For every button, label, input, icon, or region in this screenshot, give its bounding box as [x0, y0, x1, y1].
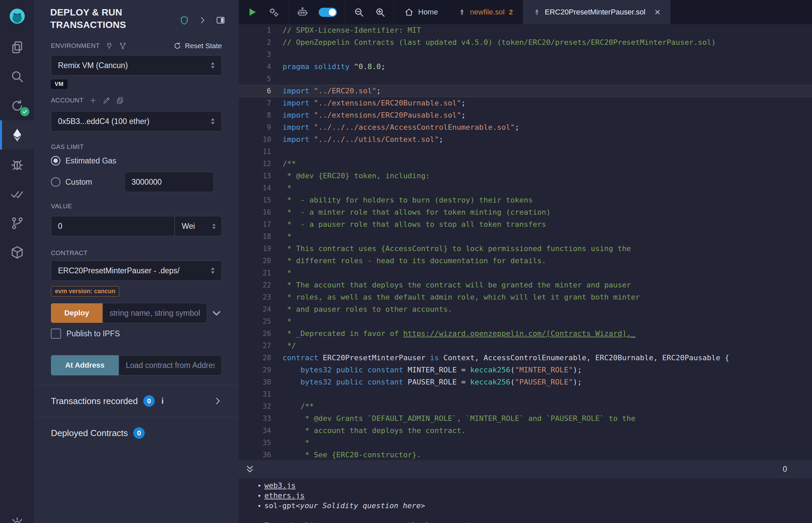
unit-testing-icon[interactable] — [0, 179, 34, 208]
transactions-recorded-section[interactable]: Transactions recorded 0 i — [34, 385, 239, 417]
code-line[interactable]: 19 * This contract uses {AccessControl} … — [239, 242, 812, 255]
code-line[interactable]: 18 * — [239, 231, 812, 242]
code-line[interactable]: 31 — [239, 388, 812, 400]
deploy-button[interactable]: Deploy — [51, 303, 103, 323]
copy-icon[interactable] — [116, 96, 124, 105]
code-line[interactable]: 20 * different roles - head to its docum… — [239, 255, 812, 267]
code-line[interactable]: 25 * — [239, 315, 812, 327]
contract-select[interactable]: ERC20PresetMinterPauser - .deps/ — [51, 260, 222, 281]
search-icon[interactable] — [0, 62, 34, 91]
code-line[interactable]: 29 bytes32 public constant MINTER_ROLE =… — [239, 364, 812, 376]
code-line[interactable]: 35 * — [239, 437, 812, 449]
account-select[interactable]: 0x5B3...eddC4 (100 ether) — [51, 111, 222, 131]
radio-unchecked — [51, 177, 60, 187]
custom-gas-radio[interactable]: Custom — [51, 177, 124, 187]
chevron-down-icon[interactable] — [211, 308, 222, 319]
code-line[interactable]: 1// SPDX-License-Identifier: MIT — [239, 24, 812, 36]
tab-newfile[interactable]: newfile.sol 2 — [448, 0, 523, 24]
code-line[interactable]: 14 * — [239, 182, 812, 194]
code-line[interactable]: 23 * roles, as well as the default admin… — [239, 291, 812, 303]
ai-robot-icon[interactable] — [296, 6, 308, 18]
code-line[interactable]: 17 * - a pauser role that allows to stop… — [239, 218, 812, 231]
code-line[interactable]: 12/** — [239, 158, 812, 170]
remix-logo[interactable] — [0, 0, 34, 32]
pin-panel-icon[interactable] — [216, 16, 225, 25]
code-line[interactable]: 3 — [239, 49, 812, 61]
code-line[interactable]: 33 * @dev Grants `DEFAULT_ADMIN_ROLE`, `… — [239, 413, 812, 425]
deployed-contracts-section[interactable]: Deployed Contracts 0 — [34, 417, 239, 449]
edit-icon[interactable] — [103, 96, 111, 105]
code-line[interactable]: 24 * and pauser roles to other accounts. — [239, 303, 812, 315]
plugin-manager-icon[interactable] — [0, 238, 34, 267]
info-icon[interactable]: i — [160, 396, 165, 406]
code-line[interactable]: 13 * @dev {ERC20} token, including: — [239, 170, 812, 182]
value-label: VALUE — [51, 202, 72, 210]
code-line[interactable]: 9import "../../../access/AccessControlEn… — [239, 121, 812, 133]
deploy-args-input[interactable] — [103, 303, 207, 323]
web3-link[interactable]: web3.js — [264, 481, 296, 490]
stepper-icon — [209, 117, 216, 125]
shield-icon — [180, 16, 189, 25]
run-script-play-icon[interactable] — [247, 7, 258, 18]
code-line[interactable]: 34 * account that deploys the contract. — [239, 425, 812, 437]
code-area[interactable]: 1// SPDX-License-Identifier: MIT2// Open… — [239, 24, 812, 460]
code-line[interactable]: 10import "../../../utils/Context.sol"; — [239, 133, 812, 146]
reset-state-button[interactable]: Reset State — [173, 42, 222, 50]
code-line[interactable]: 2// OpenZeppelin Contracts (last updated… — [239, 36, 812, 49]
code-line[interactable]: 26 * _Deprecated in favor of https://wiz… — [239, 327, 812, 340]
environment-select[interactable]: Remix VM (Cancun) — [51, 55, 222, 75]
terminal-hint: Type the library name to see available c… — [254, 521, 812, 523]
settings-gear-icon[interactable] — [0, 516, 34, 523]
code-line[interactable]: 7import "../extensions/ERC20Burnable.sol… — [239, 97, 812, 109]
terminal-line: • ethers.js — [254, 491, 812, 501]
solidity-file-icon — [533, 8, 541, 16]
code-line[interactable]: 36 * See {ERC20-constructor}. — [239, 449, 812, 460]
close-tab-icon[interactable]: × — [654, 7, 660, 17]
solidity-compiler-icon[interactable] — [0, 91, 34, 120]
sol-gpt-hint: <your Solidity question here> — [296, 501, 425, 510]
chevron-right-icon[interactable] — [198, 16, 206, 24]
account-label: ACCOUNT — [51, 97, 84, 104]
at-address-input[interactable] — [119, 355, 222, 375]
value-unit-select[interactable]: Wei — [175, 216, 222, 236]
ethers-link[interactable]: ethers.js — [264, 491, 304, 501]
code-line[interactable]: 27 */ — [239, 340, 812, 352]
script-config-gears-icon[interactable] — [268, 6, 280, 18]
tab-erc20presetminterpauser[interactable]: ERC20PresetMinterPauser.sol × — [523, 0, 671, 24]
code-line[interactable]: 6import "../ERC20.sol"; — [239, 85, 812, 97]
code-line[interactable]: 4pragma solidity ^0.8.0; — [239, 61, 812, 73]
code-line[interactable]: 30 bytes32 public constant PAUSER_ROLE =… — [239, 376, 812, 388]
deployed-count-badge: 0 — [133, 427, 145, 439]
estimated-gas-radio[interactable]: Estimated Gas — [51, 156, 222, 166]
custom-gas-input[interactable] — [124, 172, 214, 192]
debugger-icon[interactable] — [0, 150, 34, 179]
code-line[interactable]: 32 /** — [239, 400, 812, 413]
fork-icon[interactable] — [119, 42, 127, 50]
chevron-right-icon[interactable] — [213, 397, 222, 405]
code-line[interactable]: 11 — [239, 146, 812, 158]
code-line[interactable]: 16 * - a minter role that allows for tok… — [239, 206, 812, 218]
plus-icon[interactable] — [89, 96, 97, 105]
terminal-collapse-icon[interactable] — [245, 464, 255, 474]
at-address-button[interactable]: At Address — [51, 355, 119, 375]
code-line[interactable]: 15 * - ability for holders to burn (dest… — [239, 194, 812, 206]
code-line[interactable]: 5 — [239, 73, 812, 85]
deploy-run-icon[interactable] — [0, 120, 34, 150]
code-line[interactable]: 28contract ERC20PresetMinterPauser is Co… — [239, 352, 812, 364]
radio-checked — [51, 156, 60, 165]
remix-ide-window: DEPLOY & RUN TRANSACTIONS ENVIRONMENT — [0, 0, 812, 523]
zoom-in-icon[interactable] — [375, 7, 386, 18]
editor-toolbar: Home newfile.sol 2 ERC20PresetMinterPa — [239, 0, 812, 24]
plug-icon[interactable] — [105, 42, 113, 50]
code-line[interactable]: 22 * The account that deploys the contra… — [239, 279, 812, 291]
git-icon[interactable] — [0, 208, 34, 238]
zoom-out-icon[interactable] — [353, 7, 365, 18]
tab-home[interactable]: Home — [394, 0, 448, 24]
code-line[interactable]: 21 * — [239, 267, 812, 279]
ai-copilot-toggle[interactable] — [319, 8, 337, 17]
code-line[interactable]: 8import "../extensions/ERC20Pausable.sol… — [239, 109, 812, 121]
value-input[interactable] — [51, 216, 175, 236]
publish-to-ipfs-checkbox[interactable]: Publish to IPFS — [51, 328, 222, 339]
terminal-listen-count: 0 — [783, 465, 787, 474]
file-explorer-icon[interactable] — [0, 32, 34, 62]
